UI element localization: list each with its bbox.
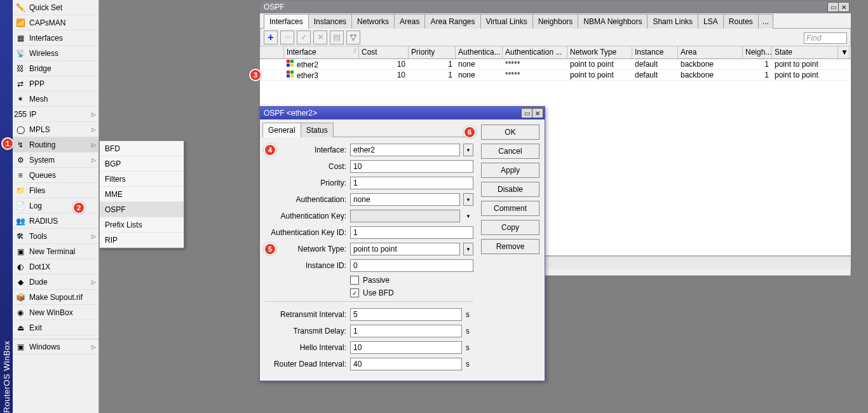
- retrans-field[interactable]: 5: [350, 308, 462, 321]
- passive-checkbox[interactable]: [350, 276, 359, 285]
- dialog-tab-general[interactable]: General: [262, 123, 301, 137]
- sidebar-item-routing[interactable]: ↯Routing▷: [13, 137, 98, 152]
- tab-area-ranges[interactable]: Area Ranges: [424, 14, 480, 29]
- dead-field[interactable]: 40: [350, 358, 462, 370]
- column-header[interactable]: Cost: [359, 46, 409, 58]
- remove-button[interactable]: Remove: [481, 239, 539, 254]
- tab-sham-links[interactable]: Sham Links: [647, 14, 698, 29]
- tab--[interactable]: ...: [758, 14, 773, 29]
- submenu-item-prefix-lists[interactable]: Prefix Lists: [100, 217, 184, 233]
- auth-dropdown-icon[interactable]: ▼: [463, 193, 473, 206]
- column-header[interactable]: Instance: [632, 46, 678, 58]
- find-input[interactable]: Find: [804, 32, 847, 44]
- callout-2: 2: [72, 201, 85, 214]
- column-header[interactable]: Area: [678, 46, 743, 58]
- sidebar-item-dude[interactable]: ◆Dude▷: [13, 274, 98, 290]
- sidebar-item-wireless[interactable]: 📡Wireless: [13, 46, 98, 61]
- sidebar-item-mesh[interactable]: ✶Mesh: [13, 91, 98, 107]
- tab-neighbors[interactable]: Neighbors: [532, 14, 579, 29]
- table-row[interactable]: ether2101none*****point to pointdefaultb…: [260, 59, 851, 70]
- column-header[interactable]: Interface/: [284, 46, 359, 58]
- column-header[interactable]: [260, 46, 284, 58]
- table-row[interactable]: ether3101none*****point to pointdefaultb…: [260, 70, 851, 81]
- apply-button[interactable]: Apply: [481, 163, 539, 178]
- filter-button[interactable]: ▽: [346, 30, 360, 44]
- submenu-item-filters[interactable]: Filters: [100, 172, 184, 187]
- sidebar-item-tools[interactable]: 🛠Tools▷: [13, 229, 98, 244]
- close-icon[interactable]: ✕: [532, 108, 543, 118]
- column-header[interactable]: Authentication ...: [503, 46, 567, 58]
- dialog-titlebar[interactable]: OSPF <ether2> ▭ ✕: [260, 107, 545, 119]
- ntype-field[interactable]: point to point: [350, 243, 460, 255]
- enable-button[interactable]: ✓: [297, 30, 311, 44]
- sidebar-item-new-terminal[interactable]: ▣New Terminal: [13, 244, 98, 259]
- interface-field[interactable]: ether2: [350, 144, 460, 156]
- sidebar-item-exit[interactable]: ⏏Exit: [13, 320, 98, 335]
- sidebar-item-quick-set[interactable]: ✏️Quick Set: [13, 0, 98, 15]
- sidebar-item-dot1x[interactable]: ◐Dot1X: [13, 259, 98, 274]
- sidebar-item-bridge[interactable]: ⛓Bridge: [13, 61, 98, 76]
- tab-interfaces[interactable]: Interfaces: [264, 14, 309, 29]
- usebfd-label: Use BFD: [363, 288, 394, 297]
- sidebar-item-capsman[interactable]: 📶CAPsMAN: [13, 15, 98, 30]
- cost-field[interactable]: 10: [350, 160, 473, 173]
- comment-button[interactable]: Comment: [481, 201, 539, 216]
- submenu-item-bgp[interactable]: BGP: [100, 156, 184, 172]
- cancel-button[interactable]: Cancel: [481, 144, 539, 159]
- sidebar-item-queues[interactable]: ≡Queues: [13, 168, 98, 183]
- tab-virtual-links[interactable]: Virtual Links: [480, 14, 533, 29]
- authkey-field[interactable]: [350, 210, 460, 222]
- tab-networks[interactable]: Networks: [351, 14, 395, 29]
- usebfd-checkbox[interactable]: ✓: [350, 288, 359, 297]
- auth-field[interactable]: none: [350, 193, 460, 206]
- column-header[interactable]: Priority: [409, 46, 456, 58]
- submenu-item-bfd[interactable]: BFD: [100, 141, 184, 156]
- remove-button[interactable]: −: [280, 30, 294, 44]
- close-icon[interactable]: ✕: [838, 2, 850, 12]
- tab-nbma-neighbors[interactable]: NBMA Neighbors: [578, 14, 648, 29]
- priority-field[interactable]: 1: [350, 177, 473, 189]
- sidebar-item-system[interactable]: ⚙System▷: [13, 152, 98, 168]
- authkey-reveal-icon[interactable]: ▼: [463, 210, 473, 222]
- authkeyid-field[interactable]: 1: [350, 226, 473, 239]
- sidebar-item-mpls[interactable]: ◯MPLS▷: [13, 122, 98, 137]
- minimize-icon[interactable]: ▭: [827, 2, 839, 12]
- interface-dropdown-icon[interactable]: ▼: [463, 144, 473, 156]
- txdelay-field[interactable]: 1: [350, 325, 462, 337]
- ntype-dropdown-icon[interactable]: ▼: [463, 243, 473, 255]
- instid-field[interactable]: 0: [350, 259, 473, 272]
- submenu-item-rip[interactable]: RIP: [100, 233, 184, 248]
- disable-button[interactable]: Disable: [481, 182, 539, 197]
- sidebar-item-make-supout-rif[interactable]: 📦Make Supout.rif: [13, 290, 98, 305]
- sidebar-item-log[interactable]: 📄Log: [13, 198, 98, 213]
- tab-instances[interactable]: Instances: [308, 14, 352, 29]
- tab-lsa[interactable]: LSA: [698, 14, 724, 29]
- copy-button[interactable]: Copy: [481, 220, 539, 235]
- sidebar-item-radius[interactable]: 👥RADIUS: [13, 213, 98, 229]
- sidebar-item-files[interactable]: 📁Files: [13, 183, 98, 198]
- column-header[interactable]: Network Type: [567, 46, 632, 58]
- menu-icon: 🛠: [15, 231, 25, 241]
- add-button[interactable]: +: [264, 30, 278, 44]
- ok-button[interactable]: OK: [481, 125, 539, 140]
- dialog-tab-status[interactable]: Status: [301, 123, 334, 137]
- column-header[interactable]: Neigh...: [743, 46, 772, 58]
- submenu-item-mme[interactable]: MME: [100, 187, 184, 202]
- table-cell: point to point: [772, 71, 838, 79]
- hello-field[interactable]: 10: [350, 341, 462, 354]
- column-header[interactable]: State: [772, 46, 838, 58]
- comment-button[interactable]: ▤: [330, 30, 344, 44]
- sidebar-item-ppp[interactable]: ⇄PPP: [13, 76, 98, 91]
- submenu-item-ospf[interactable]: OSPF: [100, 202, 184, 217]
- sidebar-item-new-winbox[interactable]: ◉New WinBox: [13, 305, 98, 320]
- sidebar-item-ip[interactable]: 255IP▷: [13, 107, 98, 122]
- disable-button[interactable]: ✕: [313, 30, 327, 44]
- column-menu-icon[interactable]: ▼: [838, 46, 850, 58]
- tab-areas[interactable]: Areas: [394, 14, 425, 29]
- tab-routes[interactable]: Routes: [723, 14, 759, 29]
- sidebar-item-interfaces[interactable]: ▦Interfaces: [13, 30, 98, 46]
- ospf-window-titlebar[interactable]: OSPF ▭ ✕: [260, 1, 851, 13]
- column-header[interactable]: Authentica...: [456, 46, 503, 58]
- sidebar-item-windows[interactable]: ▣Windows▷: [13, 339, 98, 355]
- minimize-icon[interactable]: ▭: [521, 108, 532, 118]
